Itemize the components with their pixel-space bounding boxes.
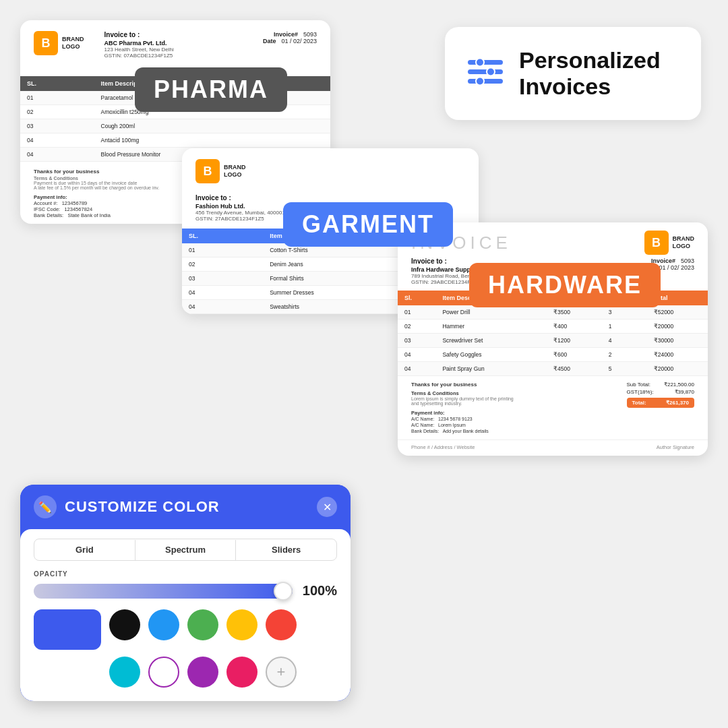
- hardware-badge: HARDWARE: [469, 263, 661, 307]
- swatch-red[interactable]: [266, 609, 297, 640]
- tab-spectrum[interactable]: Spectrum: [135, 539, 236, 560]
- garment-brand-logo: B BRANDLOGO: [195, 159, 246, 183]
- table-row: 04Safety Goggles₹6002₹24000: [398, 348, 708, 362]
- swatch-pink[interactable]: [226, 657, 257, 688]
- table-row: 04Antacid 100mg: [20, 133, 330, 148]
- swatch-selected[interactable]: [34, 609, 101, 650]
- garment-badge: GARMENT: [283, 202, 453, 247]
- hardware-brand-text: BRANDLOGO: [673, 235, 695, 250]
- opacity-slider-track[interactable]: [34, 584, 293, 599]
- table-row: 01Power Drill₹35003₹52000: [398, 305, 708, 320]
- garment-invoice-header: B BRANDLOGO: [182, 148, 479, 194]
- table-row: 02Hammer₹4001₹20000: [398, 320, 708, 334]
- hardware-total-final: Total: ₹261,370: [627, 398, 694, 408]
- garment-invoice-to-label: Invoice to :: [195, 194, 465, 202]
- pharma-invoice-to-label: Invoice to :: [104, 31, 249, 38]
- pharma-invoice-to: Invoice to : ABC Pharma Pvt. Ltd. 123 He…: [91, 31, 263, 65]
- tab-grid[interactable]: Grid: [34, 539, 135, 560]
- pharma-brand-text: BRANDLOGO: [62, 36, 84, 51]
- color-panel-title: CUSTOMIZE COLOR: [65, 498, 220, 516]
- color-panel-body: Grid Spectrum Sliders OPACITY 100%: [20, 529, 351, 701]
- opacity-label: OPACITY: [34, 570, 337, 578]
- table-row: 03Screwdriver Set₹12004₹30000: [398, 334, 708, 348]
- pharma-address: 123 Health Street, New Delhi: [104, 47, 249, 53]
- hardware-totals-right: Sub Total:₹221,500.00 GST(18%):₹39,870 T…: [627, 382, 694, 408]
- pharma-brand-box: B: [34, 31, 58, 55]
- swatch-cyan[interactable]: [109, 657, 140, 688]
- color-tabs: Grid Spectrum Sliders: [34, 539, 337, 561]
- swatch-blue[interactable]: [148, 609, 179, 640]
- settings-icon: [465, 52, 506, 95]
- svg-point-5: [476, 78, 484, 86]
- swatches-container: +: [109, 609, 337, 688]
- swatches-top-row: [109, 609, 337, 640]
- hardware-brand-logo: B BRANDLOGO: [644, 231, 695, 255]
- hardware-thanks: Thanks for your business Terms & Conditi…: [411, 382, 519, 434]
- opacity-slider-thumb[interactable]: [274, 582, 293, 601]
- color-panel: ✏️ CUSTOMIZE COLOR ✕ Grid Spectrum Slide…: [20, 485, 351, 701]
- close-button[interactable]: ✕: [317, 497, 337, 517]
- svg-point-4: [487, 68, 495, 76]
- tab-sliders[interactable]: Sliders: [236, 539, 336, 560]
- table-row: 04Paint Spray Gun₹45005₹20000: [398, 362, 708, 376]
- hardware-footer: Phone # / Address / Website Author Signa…: [398, 439, 708, 456]
- opacity-value: 100%: [302, 583, 337, 599]
- swatch-black[interactable]: [109, 609, 140, 640]
- pharma-company-name: ABC Pharma Pvt. Ltd.: [104, 40, 249, 47]
- garment-brand-box: B: [195, 159, 220, 183]
- svg-rect-2: [468, 79, 503, 84]
- swatches-bottom-row: +: [109, 657, 337, 688]
- hardware-totals-section: Thanks for your business Terms & Conditi…: [398, 376, 708, 439]
- hardware-brand-box: B: [644, 231, 669, 255]
- pharma-brand-logo: B BRANDLOGO: [34, 31, 84, 55]
- garment-brand-text: BRANDLOGO: [224, 164, 246, 179]
- pharma-badge: PHARMA: [135, 67, 287, 112]
- personalized-invoices-card: Personalized Invoices: [445, 27, 701, 120]
- personalized-invoices-title: Personalized Invoices: [519, 47, 661, 100]
- swatch-yellow[interactable]: [226, 609, 257, 640]
- swatch-purple[interactable]: [187, 657, 218, 688]
- table-row: 03Cough 200ml: [20, 119, 330, 133]
- svg-rect-1: [468, 69, 503, 74]
- opacity-row: 100%: [34, 583, 337, 599]
- swatch-outline-purple[interactable]: [148, 657, 179, 688]
- svg-rect-0: [468, 60, 503, 65]
- color-panel-header: ✏️ CUSTOMIZE COLOR ✕: [20, 485, 351, 529]
- hardware-invoice-card: INVOICE B BRANDLOGO Invoice to : Infra H…: [398, 222, 708, 456]
- swatch-green[interactable]: [187, 609, 218, 640]
- brush-icon: ✏️: [34, 495, 57, 518]
- pharma-invoice-meta: Invoice# 5093 Date 01 / 02/ 2023: [263, 31, 317, 44]
- swatch-add-button[interactable]: +: [266, 657, 297, 688]
- pharma-gstin: GSTIN: 07ABCDE1234F1Z5: [104, 53, 249, 59]
- svg-point-3: [476, 59, 484, 67]
- color-panel-title-row: ✏️ CUSTOMIZE COLOR: [34, 495, 220, 518]
